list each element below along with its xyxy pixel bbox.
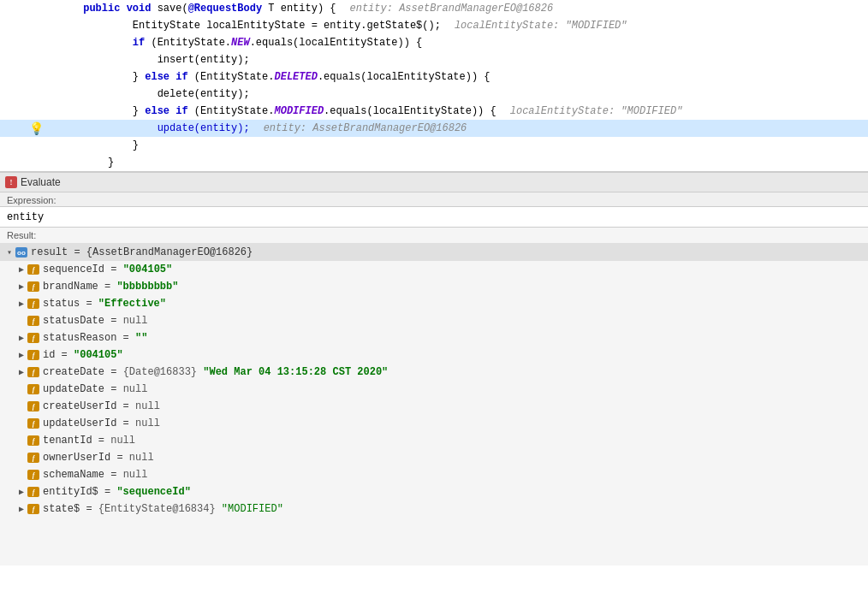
- tree-item-schemaName: f schemaName = null: [0, 466, 868, 483]
- expression-area: Expression:: [0, 192, 868, 228]
- tree-text-statusReason: statusReason = "": [43, 332, 147, 344]
- tree-text-tenantId: tenantId = null: [43, 435, 135, 447]
- field-icon-id: f: [27, 350, 39, 360]
- field-icon-statusReason: f: [27, 333, 39, 343]
- expand-createDate[interactable]: ▶: [15, 367, 27, 377]
- tree-root-text: result = {AssetBrandManagerEO@16826}: [31, 246, 253, 258]
- tree-item-id[interactable]: ▶ f id = "004105": [0, 346, 868, 364]
- tree-item-updateDate: f updateDate = null: [0, 381, 868, 398]
- expand-id[interactable]: ▶: [15, 350, 27, 360]
- field-icon-statusDate: f: [27, 316, 39, 326]
- code-line-10: }: [0, 154, 868, 171]
- expand-statusReason[interactable]: ▶: [15, 333, 27, 343]
- tree-expand-root[interactable]: ▾: [3, 247, 15, 258]
- code-editor: public void save(@RequestBody T entity) …: [0, 0, 868, 172]
- tree-item-statusReason[interactable]: ▶ f statusReason = "": [0, 329, 868, 346]
- tree-text-sequenceId: sequenceId = "004105": [43, 263, 172, 275]
- tree-item-entityId[interactable]: ▶ f entityId$ = "sequenceId": [0, 483, 868, 500]
- tree-text-state: state$ = {EntityState@16834} "MODIFIED": [43, 503, 283, 515]
- tree-text-id: id = "004105": [43, 349, 123, 361]
- field-icon-updateUserId: f: [27, 418, 39, 429]
- field-icon-schemaName: f: [27, 470, 39, 480]
- tree-text-createUserId: createUserId = null: [43, 400, 160, 412]
- tree-item-status[interactable]: ▶ f status = "Effective": [0, 295, 868, 312]
- tree-text-ownerUserId: ownerUserId = null: [43, 452, 154, 464]
- tree-text-updateDate: updateDate = null: [43, 383, 147, 395]
- tree-item-sequenceId[interactable]: ▶ f sequenceId = "004105": [0, 261, 868, 278]
- field-icon-updateDate: f: [27, 384, 39, 394]
- tree-text-entityId: entityId$ = "sequenceId": [43, 486, 191, 498]
- tree-text-schemaName: schemaName = null: [43, 469, 147, 481]
- result-area: Result: ▾ oo result = {AssetBrandManager…: [0, 228, 868, 565]
- tree-item-ownerUserId: f ownerUserId = null: [0, 449, 868, 466]
- tree-item-createDate[interactable]: ▶ f createDate = {Date@16833} "Wed Mar 0…: [0, 364, 868, 381]
- tree-item-createUserId: f createUserId = null: [0, 398, 868, 415]
- expand-sequenceId[interactable]: ▶: [15, 264, 27, 275]
- tree-item-updateUserId: f updateUserId = null: [0, 415, 868, 432]
- expression-input[interactable]: [0, 206, 868, 227]
- tree-text-statusDate: statusDate = null: [43, 315, 147, 327]
- expand-status[interactable]: ▶: [15, 299, 27, 309]
- expand-state[interactable]: ▶: [15, 504, 27, 514]
- evaluate-icon: !: [5, 176, 17, 188]
- tree-item-state[interactable]: ▶ f state$ = {EntityState@16834} "MODIFI…: [0, 500, 868, 518]
- tree-item-brandName[interactable]: ▶ f brandName = "bbbbbbbb": [0, 278, 868, 295]
- tree-item-tenantId: f tenantId = null: [0, 432, 868, 449]
- code-content-10: }: [43, 145, 868, 172]
- tree-text-status: status = "Effective": [43, 298, 166, 310]
- expand-entityId[interactable]: ▶: [15, 487, 27, 497]
- result-tree[interactable]: ▾ oo result = {AssetBrandManagerEO@16826…: [0, 244, 868, 535]
- tree-item-statusDate: f statusDate = null: [0, 312, 868, 329]
- evaluate-label: Evaluate: [21, 176, 61, 188]
- field-icon-brandName: f: [27, 281, 39, 292]
- tree-text-brandName: brandName = "bbbbbbbb": [43, 281, 178, 293]
- field-icon-sequenceId: f: [27, 264, 39, 275]
- tree-root-item[interactable]: ▾ oo result = {AssetBrandManagerEO@16826…: [0, 244, 868, 261]
- field-icon-state: f: [27, 504, 39, 514]
- field-icon-status: f: [27, 299, 39, 309]
- field-icon-createUserId: f: [27, 401, 39, 411]
- bottom-panel: ! Evaluate Expression: Result: ▾ oo resu…: [0, 172, 868, 565]
- tree-text-updateUserId: updateUserId = null: [43, 417, 160, 429]
- result-label: Result:: [0, 228, 868, 244]
- expression-label: Expression:: [0, 192, 868, 206]
- field-icon-entityId: f: [27, 487, 39, 497]
- field-icon-createDate: f: [27, 367, 39, 377]
- line-icon-8: 💡: [29, 121, 43, 136]
- obj-icon-root: oo: [15, 247, 27, 258]
- field-icon-tenantId: f: [27, 435, 39, 446]
- expand-brandName[interactable]: ▶: [15, 281, 27, 292]
- tree-text-createDate: createDate = {Date@16833} "Wed Mar 04 13…: [43, 366, 388, 378]
- evaluate-bar: ! Evaluate: [0, 172, 868, 192]
- field-icon-ownerUserId: f: [27, 453, 39, 463]
